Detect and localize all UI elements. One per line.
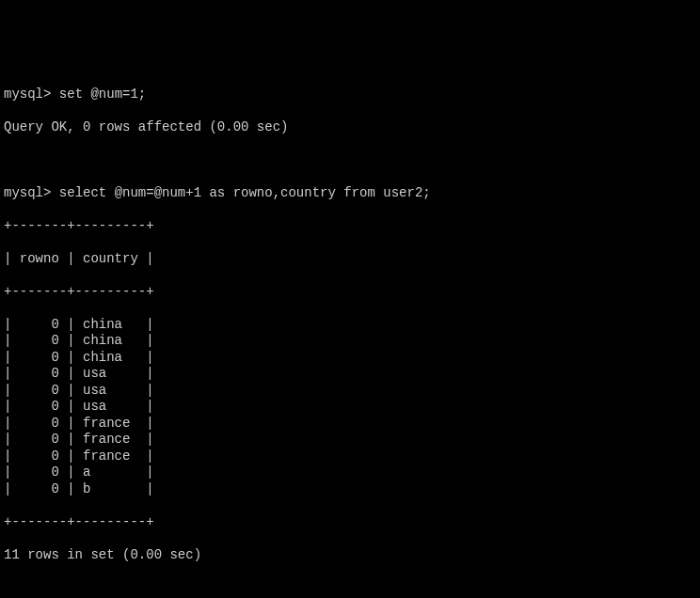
table-row: | 0 | france | bbox=[4, 416, 696, 433]
mysql-prompt: mysql> bbox=[4, 87, 51, 102]
command-set: set @num=1; bbox=[59, 87, 146, 102]
table-row: | 0 | china | bbox=[4, 350, 696, 367]
blank-1 bbox=[4, 152, 696, 169]
prompt-line-1: mysql> set @num=1; bbox=[4, 87, 696, 103]
table-row: | 0 | b | bbox=[4, 481, 696, 498]
terminal[interactable]: mysql> set @num=1; Query OK, 0 rows affe… bbox=[4, 70, 696, 598]
table1-summary: 11 rows in set (0.00 sec) bbox=[4, 547, 696, 564]
table-row: | 0 | a | bbox=[4, 464, 696, 481]
table1-border-bot: +-------+---------+ bbox=[4, 514, 696, 531]
prompt-line-2: mysql> select @num=@num+1 as rowno,count… bbox=[4, 185, 696, 202]
result-set: Query OK, 0 rows affected (0.00 sec) bbox=[4, 119, 696, 136]
table1-rows: | 0 | china || 0 | china || 0 | china ||… bbox=[4, 317, 696, 498]
mysql-prompt: mysql> bbox=[4, 185, 51, 200]
table-row: | 0 | usa | bbox=[4, 366, 696, 383]
table1-border-mid: +-------+---------+ bbox=[4, 284, 696, 301]
table-row: | 0 | france | bbox=[4, 448, 696, 465]
table-row: | 0 | usa | bbox=[4, 383, 696, 400]
table-row: | 0 | china | bbox=[4, 317, 696, 334]
table1-header: | rowno | country | bbox=[4, 251, 696, 268]
table-row: | 0 | usa | bbox=[4, 399, 696, 416]
blank-2 bbox=[4, 580, 696, 597]
command-select-1: select @num=@num+1 as rowno,country from… bbox=[59, 185, 431, 200]
table-row: | 0 | china | bbox=[4, 333, 696, 350]
table-row: | 0 | france | bbox=[4, 432, 696, 448]
table1-border-top: +-------+---------+ bbox=[4, 218, 696, 235]
